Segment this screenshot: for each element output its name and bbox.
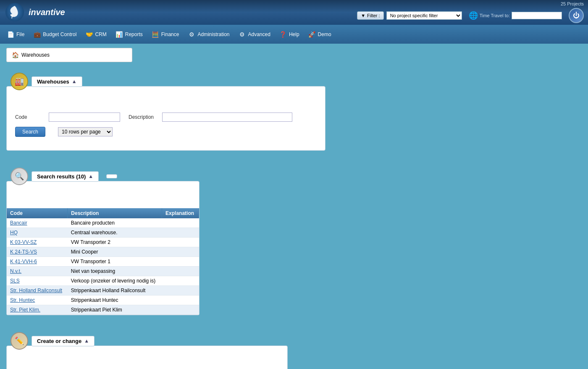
search-section: 🏭 Warehouses ▲ Code Description Search 1… xyxy=(6,68,582,151)
time-travel-globe-icon: 🌐 xyxy=(469,11,478,20)
logo-icon xyxy=(4,3,25,22)
home-icon: 🏠 xyxy=(12,52,19,58)
table-row: K 03-VV-SZVW Transporter 2 xyxy=(7,238,199,247)
create-panel-icon: ✏️ xyxy=(10,332,28,350)
time-travel-area: 🌐 Time Travel to: xyxy=(469,11,562,20)
table-row: SLSVerkoop (onzeker of levering nodig is… xyxy=(7,276,199,286)
create-icon: ✏️ xyxy=(15,336,24,345)
time-travel-label: Time Travel to: xyxy=(480,13,510,18)
result-code-cell[interactable]: K 24-TS-VS xyxy=(7,247,68,257)
search-panel-body: Code Description Search 10 rows per page… xyxy=(7,100,325,150)
rows-per-page-select[interactable]: 10 rows per page 25 rows per page 50 row… xyxy=(58,127,113,136)
file-icon: 📄 xyxy=(6,30,15,39)
search-panel: Code Description Search 10 rows per page… xyxy=(6,86,326,151)
search-button[interactable]: Search xyxy=(15,127,45,137)
code-search-input[interactable] xyxy=(49,113,120,122)
power-button[interactable]: ⏻ xyxy=(569,8,584,23)
logo-text: invantive xyxy=(29,8,65,17)
advanced-icon: ⚙ xyxy=(238,30,247,39)
sidebar-item-file[interactable]: 📄 File xyxy=(2,28,29,41)
nav-label-finance: Finance xyxy=(161,31,179,37)
sidebar-item-demo[interactable]: 🚀 Demo xyxy=(304,28,336,41)
create-section: ✏️ Create or change ▲ Add New Code * xyxy=(6,328,582,369)
results-section: 🔍 Search results (10) ▲ Code Description… xyxy=(6,163,582,315)
sidebar-item-reports[interactable]: 📊 Reports xyxy=(111,28,147,41)
sidebar-item-finance[interactable]: 🧮 Finance xyxy=(147,28,184,41)
sidebar-item-help[interactable]: ❓ Help xyxy=(275,28,304,41)
main-content: 🏠 Warehouses 🏭 Warehouses ▲ Code Descrip… xyxy=(0,44,588,369)
nav-label-administration: Administration xyxy=(197,31,229,37)
result-description-cell: Centraal warehouse. xyxy=(68,228,162,238)
result-explanation-cell xyxy=(162,276,199,286)
help-icon: ❓ xyxy=(279,30,287,39)
result-code-cell[interactable]: Bancair xyxy=(7,218,68,228)
result-code-cell[interactable]: Str. Huntec xyxy=(7,296,68,305)
table-row: Str. HuntecStrippenkaart Huntec xyxy=(7,296,199,305)
result-description-cell: Bancaire producten xyxy=(68,218,162,228)
budget-icon: 💼 xyxy=(33,30,41,39)
description-search-input[interactable] xyxy=(162,113,292,122)
sidebar-item-budget-control[interactable]: 💼 Budget Control xyxy=(29,28,81,41)
breadcrumb-label: Warehouses xyxy=(21,52,50,58)
reports-icon: 📊 xyxy=(115,30,123,39)
create-panel-title: Create or change ▲ xyxy=(32,336,94,346)
search-actions-row: Search 10 rows per page 25 rows per page… xyxy=(15,127,317,137)
result-code-cell[interactable]: N.v.t. xyxy=(7,267,68,276)
table-row: HQCentraal warehouse. xyxy=(7,228,199,238)
description-label: Description xyxy=(129,114,154,120)
search-form-row: Code Description xyxy=(15,113,317,122)
result-description-cell: Strippenkaart Piet Klim xyxy=(68,305,162,315)
nav-label-advanced: Advanced xyxy=(248,31,270,37)
result-code-cell[interactable]: K 41-VVH-6 xyxy=(7,257,68,267)
result-description-cell: Verkoop (onzeker of levering nodig is) xyxy=(68,276,162,286)
filter-dropdown[interactable]: No project specific filter xyxy=(386,11,462,20)
result-explanation-cell xyxy=(162,257,199,267)
nav-label-demo: Demo xyxy=(318,31,331,37)
projects-count: 25 Projects xyxy=(561,1,584,6)
result-explanation-cell xyxy=(162,267,199,276)
results-title-text: Search results (10) xyxy=(37,173,86,180)
table-row: N.v.t.Niet van toepassing xyxy=(7,267,199,276)
header-right: 25 Projects ▼ Filter : No project specif… xyxy=(357,1,584,23)
warehouses-panel-icon: 🏭 xyxy=(10,73,28,90)
results-panel-body: Code Description Explanation BancairBanc… xyxy=(7,195,199,315)
result-description-cell: Strippenkaart Holland Railconsult xyxy=(68,286,162,296)
result-code-cell[interactable]: K 03-VV-SZ xyxy=(7,238,68,247)
result-code-cell[interactable]: Str. Holland Railconsult xyxy=(7,286,68,296)
table-row: Str. Holland RailconsultStrippenkaart Ho… xyxy=(7,286,199,296)
sidebar-item-administration[interactable]: ⚙ Administration xyxy=(183,28,234,41)
warehouses-panel-title: Warehouses ▲ xyxy=(32,76,82,87)
sidebar-item-crm[interactable]: 🤝 CRM xyxy=(81,28,110,41)
result-description-cell: Strippenkaart Huntec xyxy=(68,296,162,305)
sidebar-item-advanced[interactable]: ⚙ Advanced xyxy=(234,28,275,41)
table-row: K 41-VVH-6VW Transporter 1 xyxy=(7,257,199,267)
result-explanation-cell xyxy=(162,305,199,315)
warehouses-icon: 🏭 xyxy=(15,77,24,86)
results-panel-icon: 🔍 xyxy=(10,167,28,185)
result-description-cell: VW Transporter 2 xyxy=(68,238,162,247)
results-extra-tab[interactable] xyxy=(106,174,117,178)
results-panel-title: Search results (10) ▲ xyxy=(32,171,99,182)
results-collapse-btn[interactable]: ▲ xyxy=(88,173,93,179)
col-explanation: Explanation xyxy=(162,208,199,218)
finance-icon: 🧮 xyxy=(151,30,160,39)
logo-area: invantive xyxy=(4,3,65,22)
warehouses-collapse-btn[interactable]: ▲ xyxy=(72,79,77,84)
time-travel-input[interactable] xyxy=(512,12,562,19)
result-code-cell[interactable]: HQ xyxy=(7,228,68,238)
result-code-cell[interactable]: SLS xyxy=(7,276,68,286)
create-collapse-btn[interactable]: ▲ xyxy=(84,338,89,344)
filter-button[interactable]: ▼ Filter : xyxy=(357,11,383,20)
result-code-cell[interactable]: Str. Piet Klim. xyxy=(7,305,68,315)
administration-icon: ⚙ xyxy=(187,30,196,39)
warehouses-title-text: Warehouses xyxy=(37,79,69,85)
crm-icon: 🤝 xyxy=(85,30,93,39)
create-panel: Add New Code * Description * xyxy=(6,345,288,369)
result-explanation-cell xyxy=(162,238,199,247)
result-description-cell: Mini Cooper xyxy=(68,247,162,257)
results-tbody: BancairBancaire productenHQCentraal ware… xyxy=(7,218,199,315)
nav-label-crm: CRM xyxy=(95,31,106,37)
results-panel: Code Description Explanation BancairBanc… xyxy=(6,181,200,315)
nav-label-file: File xyxy=(16,31,24,37)
result-explanation-cell xyxy=(162,286,199,296)
